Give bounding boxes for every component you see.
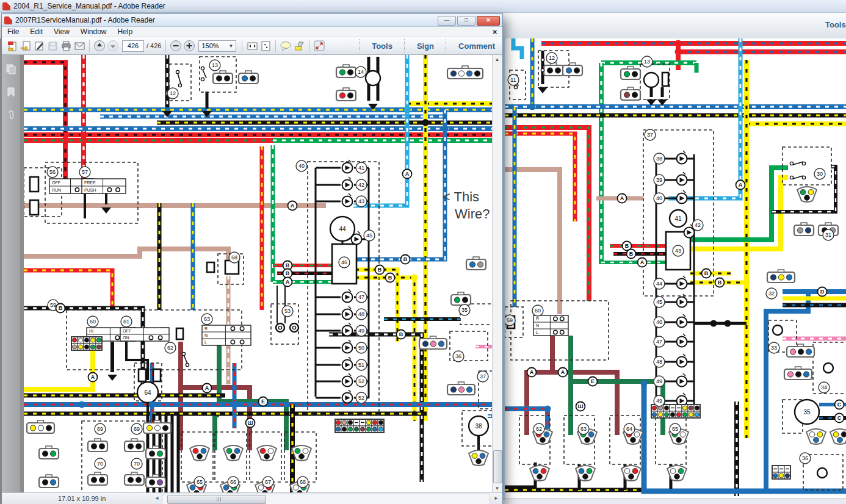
horizontal-scrollbar[interactable] [162,494,490,504]
minimize-button[interactable]: — [438,16,456,26]
horizontal-scroll-thumb[interactable] [167,495,266,504]
svg-text:45: 45 [366,232,372,239]
svg-text:40: 40 [298,163,305,169]
svg-text:47: 47 [358,294,364,300]
menu-file[interactable]: File [2,27,24,37]
toolbar: / 426 150% ▼ Tools Sign Commen [2,37,502,55]
comment-button[interactable]: Comment [451,41,502,51]
attachments-icon[interactable] [2,106,20,124]
svg-text:B: B [286,270,290,276]
back-document-page[interactable]: 4135RNL111213373839404243444546474849493… [502,38,846,499]
svg-text:47: 47 [656,339,662,345]
svg-text:37: 37 [647,132,653,138]
zoom-in-icon[interactable] [183,39,196,52]
comment-bubble-icon[interactable] [279,39,292,52]
window-2007-manual: 2007R1ServiceManual.pdf - Adobe Reader —… [1,13,503,504]
front-title-bar[interactable]: 2007R1ServiceManual.pdf - Adobe Reader —… [2,14,502,27]
vertical-scrollbar[interactable]: ▲ ▼ [492,55,502,493]
svg-text:OFF: OFF [123,329,131,333]
svg-text:41: 41 [358,165,364,171]
scroll-up-arrow[interactable]: ▲ [493,55,502,64]
email-icon[interactable] [73,39,86,52]
menu-edit[interactable]: Edit [24,27,48,37]
svg-text:13: 13 [644,59,650,65]
svg-text:65: 65 [672,426,678,432]
svg-text:66: 66 [230,479,236,485]
restore-button[interactable]: □ [457,16,475,26]
svg-text:37: 37 [480,373,486,380]
pdf-file-icon [2,2,10,10]
svg-text:64: 64 [144,389,151,396]
highlight-icon[interactable] [292,39,306,52]
page-number-input[interactable] [122,40,144,52]
svg-text:70: 70 [134,461,140,467]
svg-text:51: 51 [358,362,364,368]
svg-text:39: 39 [656,177,662,183]
svg-text:45: 45 [656,299,662,305]
svg-text:63: 63 [204,316,210,322]
page-thumbnails-icon[interactable] [2,60,20,78]
svg-text:49: 49 [656,398,662,404]
page-size-label: 17.01 x 10.99 in [58,495,106,502]
open-icon[interactable] [5,39,19,52]
svg-text:N: N [536,323,539,328]
chevron-down-icon: ▼ [229,43,234,49]
menu-window[interactable]: Window [75,27,112,37]
svg-text:46: 46 [341,259,347,265]
svg-text:ON: ON [123,336,129,340]
sign-button[interactable]: Sign [410,41,441,51]
svg-text:43: 43 [675,248,681,254]
svg-text:65: 65 [197,479,203,485]
menu-help[interactable]: Help [112,27,139,37]
close-button[interactable]: ✕ [477,16,500,26]
front-status-bar: 17.01 x 10.99 in ◄ ► [2,492,502,504]
close-document-icon[interactable]: ✕ [493,29,497,35]
svg-text:N: N [204,333,208,337]
save-icon[interactable] [46,39,59,52]
scroll-right-arrow[interactable]: ► [494,495,499,501]
svg-text:46: 46 [656,319,662,325]
bookmarks-icon[interactable] [2,83,20,101]
front-document-page[interactable]: 446438OFFRUNFREEPUSHHILOOFFONRNL12131440… [20,55,493,493]
page-up-icon[interactable] [93,39,106,52]
svg-text:63: 63 [580,426,587,432]
svg-text:A: A [91,374,95,380]
scroll-down-arrow[interactable]: ▼ [493,484,502,493]
pdf-file-icon [4,16,12,24]
zoom-out-icon[interactable] [169,39,183,52]
svg-text:HI: HI [89,329,93,333]
svg-text:RUN: RUN [52,188,61,192]
print-icon[interactable] [59,39,73,52]
svg-text:L: L [536,330,538,334]
svg-text:30: 30 [817,171,823,177]
svg-text:Wire?: Wire? [455,206,490,221]
svg-text:57: 57 [82,169,88,175]
fit-width-icon[interactable] [245,39,259,52]
svg-text:C: C [837,401,842,408]
tools-button[interactable]: Tools [364,41,400,51]
page-down-icon[interactable] [106,39,120,52]
svg-text:43: 43 [358,198,364,204]
svg-text:B: B [286,262,290,268]
svg-text:A: A [205,385,209,391]
svg-text:44: 44 [656,281,662,287]
svg-text:12: 12 [170,90,176,96]
menu-view[interactable]: View [48,27,75,37]
svg-text:38: 38 [656,156,662,162]
svg-text:35: 35 [461,307,468,313]
back-status-bar [502,499,846,504]
svg-text:Ш: Ш [247,420,253,426]
full-view-icon[interactable] [313,39,326,52]
scroll-left-arrow[interactable]: ◄ [154,495,159,501]
back-title-bar[interactable]: 2004_R1_Service_Manual.pdf - Adobe Reade… [0,0,846,13]
svg-text:OFF: OFF [52,181,60,185]
svg-text:PUSH: PUSH [84,188,96,192]
fit-page-icon[interactable] [259,39,272,52]
back-tools-button[interactable]: Tools [825,20,846,29]
svg-text:B: B [718,279,722,286]
save-copy-icon[interactable] [19,39,32,52]
zoom-level-select[interactable]: 150% ▼ [198,40,236,52]
svg-text:48: 48 [656,359,662,365]
vertical-scroll-thumb[interactable] [493,450,502,483]
sign-pen-icon[interactable] [32,39,46,52]
